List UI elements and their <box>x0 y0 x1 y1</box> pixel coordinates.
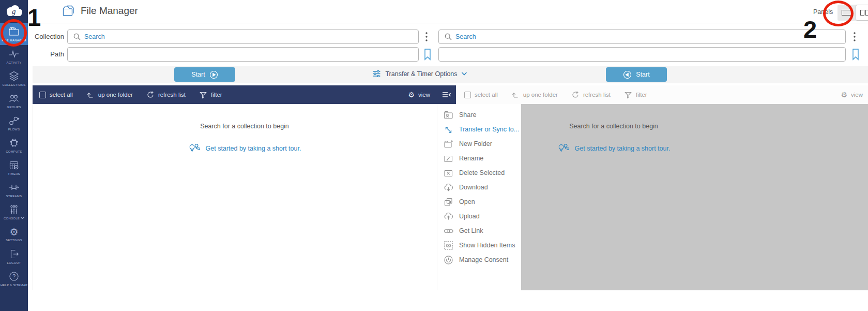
left-path-bookmark-icon[interactable] <box>423 48 432 61</box>
sidebar-item-activity[interactable]: ACTIVITY <box>0 45 28 67</box>
menu-item-transfer-or-sync[interactable]: Transfer or Sync to... <box>437 122 521 137</box>
right-refresh-list[interactable]: refresh list <box>571 91 611 99</box>
menu-item-manage-consent[interactable]: Manage Consent <box>437 253 521 267</box>
up-one-folder-icon <box>511 91 520 99</box>
select-all-label: select all <box>50 92 73 98</box>
sidebar-item-console[interactable]: CONSOLE <box>0 201 28 223</box>
filter-label: filter <box>211 92 222 98</box>
left-path-input[interactable] <box>67 47 419 62</box>
two-panel-button[interactable] <box>856 5 868 21</box>
left-tour-link[interactable]: Get started by taking a short tour. <box>188 143 301 154</box>
sidebar-item-compute[interactable]: COMPUTE <box>0 134 28 156</box>
filter-label: filter <box>636 92 647 98</box>
sidebar-item-label: FILE MANAGER <box>2 39 26 42</box>
menu-item-share[interactable]: Share <box>437 108 521 122</box>
sidebar-item-collections[interactable]: COLLECTIONS <box>0 67 28 90</box>
sidebar-item-timers[interactable]: TIMERS <box>0 156 28 179</box>
get-link-icon <box>444 226 453 236</box>
start-button-label: Start <box>191 71 205 78</box>
right-panel-toolbar: select all up one folder refresh list fi… <box>456 85 868 104</box>
left-select-all[interactable]: select all <box>39 92 73 98</box>
right-select-all[interactable]: select all <box>464 92 498 98</box>
up-one-folder-icon <box>86 91 95 99</box>
left-collection-menu-kebab-icon[interactable] <box>425 32 428 42</box>
filter-funnel-icon <box>624 91 632 99</box>
left-filter[interactable]: filter <box>199 91 222 99</box>
select-all-checkbox[interactable] <box>464 92 471 98</box>
groups-people-icon <box>8 93 20 104</box>
sidebar-item-label: COLLECTIONS <box>2 83 25 87</box>
select-all-checkbox[interactable] <box>39 92 46 98</box>
menu-item-show-hidden-items[interactable]: Show Hidden Items <box>437 238 521 253</box>
play-right-icon <box>209 70 218 79</box>
left-start-button[interactable]: Start <box>174 67 235 82</box>
file-manager-folder-icon <box>8 26 20 37</box>
menu-item-delete-selected[interactable]: Delete Selected <box>437 166 521 180</box>
menu-item-open[interactable]: Open <box>437 195 521 209</box>
right-filter[interactable]: filter <box>624 91 647 99</box>
share-folder-icon <box>444 110 453 120</box>
right-view-button[interactable]: ⚙ view <box>841 91 863 99</box>
left-view-button[interactable]: ⚙ view <box>408 91 430 99</box>
menu-item-label: Share <box>459 111 476 119</box>
view-label: view <box>851 92 863 98</box>
left-panel-toolbar: select all up one folder refresh list fi… <box>33 85 456 104</box>
left-empty-state-title: Search for a collection to begin <box>200 123 289 130</box>
sidebar-item-file-manager[interactable]: FILE MANAGER <box>0 23 28 45</box>
menu-item-download[interactable]: Download <box>437 180 521 195</box>
collapse-menu-icon[interactable] <box>441 91 451 99</box>
menu-item-upload[interactable]: Upload <box>437 209 521 224</box>
logout-door-icon <box>8 248 20 260</box>
right-collection-search-input[interactable] <box>438 29 846 44</box>
single-panel-button[interactable] <box>837 5 856 21</box>
up-one-folder-label: up one folder <box>98 92 133 98</box>
menu-item-new-folder[interactable]: New Folder <box>437 137 521 151</box>
right-path-bookmark-icon[interactable] <box>851 48 860 61</box>
right-up-one-folder[interactable]: up one folder <box>511 91 558 99</box>
panels-toggle-group <box>837 5 868 21</box>
left-collection-search-input[interactable] <box>67 29 419 44</box>
sidebar-item-help-sitemap[interactable]: ? HELP & SITEMAP <box>0 268 28 290</box>
new-folder-icon <box>444 139 453 149</box>
sidebar-item-groups[interactable]: GROUPS <box>0 90 28 112</box>
left-refresh-list[interactable]: refresh list <box>146 91 186 99</box>
left-up-one-folder[interactable]: up one folder <box>86 91 133 99</box>
menu-item-label: Manage Consent <box>459 256 508 263</box>
menu-item-label: Get Link <box>459 227 483 234</box>
sidebar-item-streams[interactable]: STREAMS <box>0 179 28 201</box>
sidebar-item-label: SETTINGS <box>6 239 22 242</box>
right-file-list-pane <box>521 104 868 290</box>
menu-item-label: Delete Selected <box>459 169 505 176</box>
sidebar-item-label: TIMERS <box>8 172 20 176</box>
timers-calendar-icon <box>8 159 20 171</box>
page-title: File Manager <box>81 5 138 17</box>
menu-item-get-link[interactable]: Get Link <box>437 224 521 238</box>
single-panel-icon <box>842 10 852 16</box>
right-start-button[interactable]: Start <box>606 67 667 82</box>
right-tour-link[interactable]: Get started by taking a short tour. <box>557 143 671 154</box>
sidebar-item-label: FLOWS <box>8 128 20 131</box>
up-one-folder-label: up one folder <box>523 92 558 98</box>
upload-cloud-icon <box>444 212 453 221</box>
transfer-sync-arrows-icon <box>444 125 453 135</box>
view-gear-icon: ⚙ <box>408 91 415 99</box>
left-file-list-pane <box>33 104 437 290</box>
globus-logo[interactable]: g <box>0 0 28 23</box>
transfer-timer-options-toggle[interactable]: Transfer & Timer Options <box>372 70 467 78</box>
sidebar-item-logout[interactable]: LOGOUT <box>0 245 28 268</box>
menu-item-rename[interactable]: Rename <box>437 151 521 166</box>
right-path-input[interactable] <box>438 47 846 62</box>
refresh-icon <box>146 91 155 99</box>
menu-item-label: Open <box>459 198 475 205</box>
sidebar-item-flows[interactable]: FLOWS <box>0 112 28 134</box>
rename-pencil-icon <box>444 154 453 164</box>
transfer-timer-options-label: Transfer & Timer Options <box>385 70 457 78</box>
right-collection-menu-kebab-icon[interactable] <box>853 32 856 42</box>
sidebar-item-label: COMPUTE <box>6 150 22 154</box>
options-sliders-icon <box>372 70 381 78</box>
sidebar-item-label: HELP & SITEMAP <box>1 284 28 287</box>
collections-layers-icon <box>8 70 20 82</box>
download-cloud-icon <box>444 183 453 192</box>
sidebar-item-settings[interactable]: ⚙ SETTINGS <box>0 223 28 245</box>
activity-pulse-icon <box>8 48 20 60</box>
